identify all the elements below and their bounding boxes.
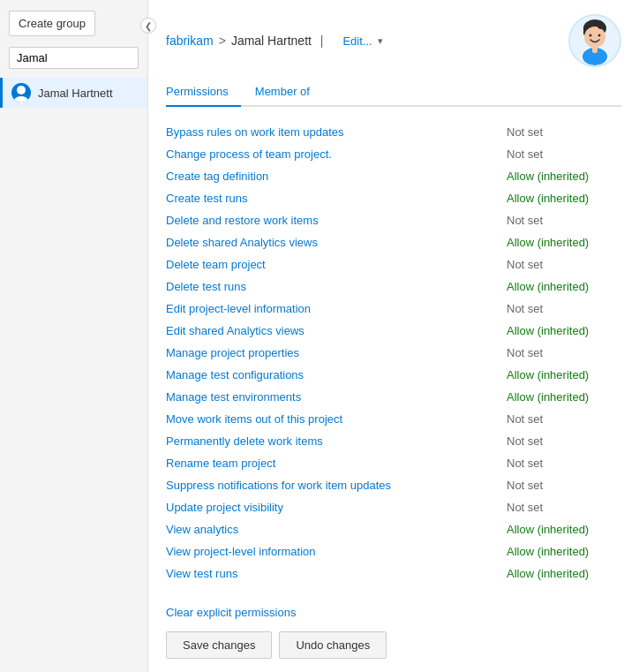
table-row: Create tag definitionAllow (inherited) <box>166 165 621 187</box>
avatar-image <box>570 16 620 65</box>
sidebar-user-avatar <box>11 83 31 102</box>
table-row: Delete shared Analytics viewsAllow (inhe… <box>166 231 621 253</box>
permission-name[interactable]: Bypass rules on work item updates <box>166 125 507 139</box>
permission-name[interactable]: View test runs <box>166 567 507 580</box>
permission-value: Not set <box>507 479 621 492</box>
create-group-button[interactable]: Create group <box>9 11 95 36</box>
permission-value: Allow (inherited) <box>507 390 621 404</box>
avatar-icon <box>11 83 31 102</box>
permission-value: Not set <box>507 258 621 271</box>
permission-name[interactable]: Rename team project <box>166 457 507 470</box>
permission-value: Allow (inherited) <box>507 567 621 580</box>
table-row: Rename team projectNot set <box>166 452 621 474</box>
user-avatar-large <box>568 14 621 67</box>
edit-button[interactable]: Edit... <box>339 33 375 49</box>
tab-permissions[interactable]: Permissions <box>166 79 241 107</box>
permission-value: Allow (inherited) <box>507 545 621 558</box>
permission-name[interactable]: Delete team project <box>166 258 507 271</box>
permission-value: Not set <box>507 302 621 315</box>
table-row: Delete and restore work itemsNot set <box>166 209 621 231</box>
permission-value: Not set <box>507 125 621 139</box>
permission-value: Allow (inherited) <box>507 170 621 183</box>
table-row: Move work items out of this projectNot s… <box>166 408 621 430</box>
permission-value: Allow (inherited) <box>507 192 621 205</box>
sidebar-collapse-button[interactable]: ❮ <box>140 18 156 34</box>
permissions-list: Bypass rules on work item updatesNot set… <box>166 121 621 585</box>
table-row: Edit shared Analytics viewsAllow (inheri… <box>166 320 621 342</box>
table-row: Manage test configurationsAllow (inherit… <box>166 364 621 386</box>
breadcrumb-org-link[interactable]: fabrikam <box>166 34 214 48</box>
tabs-container: Permissions Member of <box>166 79 621 107</box>
svg-point-1 <box>14 96 28 102</box>
permission-name[interactable]: View analytics <box>166 523 507 536</box>
permission-value: Allow (inherited) <box>507 368 621 381</box>
permission-value: Not set <box>507 147 621 161</box>
permission-name[interactable]: Change process of team project. <box>166 147 507 161</box>
table-row: Edit project-level informationNot set <box>166 298 621 320</box>
permission-name[interactable]: Edit shared Analytics views <box>166 324 507 337</box>
svg-point-6 <box>590 34 592 37</box>
permission-name[interactable]: Move work items out of this project <box>166 412 507 426</box>
svg-point-5 <box>584 26 605 48</box>
save-changes-button[interactable]: Save changes <box>166 631 272 659</box>
permission-value: Allow (inherited) <box>507 236 621 249</box>
permission-value: Not set <box>507 214 621 227</box>
page-header: fabrikam > Jamal Hartnett | Edit... ▾ <box>166 14 621 67</box>
table-row: Create test runsAllow (inherited) <box>166 187 621 209</box>
table-row: Permanently delete work itemsNot set <box>166 430 621 452</box>
svg-rect-9 <box>592 46 598 53</box>
breadcrumb-edit-section: Edit... ▾ <box>339 33 382 49</box>
permission-value: Not set <box>507 346 621 359</box>
table-row: Change process of team project.Not set <box>166 143 621 165</box>
permission-name[interactable]: Update project visibility <box>166 501 507 514</box>
undo-changes-button[interactable]: Undo changes <box>279 631 387 659</box>
permission-name[interactable]: Delete shared Analytics views <box>166 236 507 249</box>
permission-value: Not set <box>507 434 621 448</box>
permission-name[interactable]: Delete test runs <box>166 280 507 293</box>
table-row: View project-level informationAllow (inh… <box>166 540 621 563</box>
permission-name[interactable]: Edit project-level information <box>166 302 507 315</box>
permission-name[interactable]: Create tag definition <box>166 170 507 183</box>
sidebar-user-item[interactable]: Jamal Hartnett <box>0 78 147 108</box>
footer-section: Clear explicit permissions Save changes … <box>166 599 621 659</box>
table-row: Bypass rules on work item updatesNot set <box>166 121 621 143</box>
breadcrumb-user: Jamal Hartnett <box>231 34 312 48</box>
dropdown-arrow-icon[interactable]: ▾ <box>378 35 383 47</box>
breadcrumb: fabrikam > Jamal Hartnett | Edit... ▾ <box>166 33 383 49</box>
table-row: View analyticsAllow (inherited) <box>166 518 621 540</box>
table-row: View test runsAllow (inherited) <box>166 563 621 585</box>
table-row: Manage test environmentsAllow (inherited… <box>166 386 621 408</box>
permission-name[interactable]: Create test runs <box>166 192 507 205</box>
svg-point-7 <box>598 34 601 37</box>
permission-value: Not set <box>507 412 621 426</box>
permission-name[interactable]: Suppress notifications for work item upd… <box>166 479 507 492</box>
permission-value: Not set <box>507 457 621 470</box>
permission-value: Allow (inherited) <box>507 280 621 293</box>
sidebar-search-input[interactable] <box>9 47 139 69</box>
permission-name[interactable]: Delete and restore work items <box>166 214 507 227</box>
main-content: fabrikam > Jamal Hartnett | Edit... ▾ <box>148 0 639 672</box>
sidebar: ❮ Create group Jamal Hartnett <box>0 0 148 672</box>
permission-name[interactable]: Manage test configurations <box>166 368 507 381</box>
permission-name[interactable]: View project-level information <box>166 545 507 558</box>
table-row: Update project visibilityNot set <box>166 496 621 518</box>
breadcrumb-separator: > <box>219 34 226 48</box>
tab-member-of[interactable]: Member of <box>255 79 322 107</box>
sidebar-user-name: Jamal Hartnett <box>38 87 113 100</box>
svg-point-0 <box>17 86 26 94</box>
table-row: Delete team projectNot set <box>166 253 621 276</box>
footer-buttons: Save changes Undo changes <box>166 631 621 659</box>
table-row: Delete test runsAllow (inherited) <box>166 276 621 298</box>
permission-value: Allow (inherited) <box>507 324 621 337</box>
table-row: Manage project propertiesNot set <box>166 342 621 364</box>
permission-name[interactable]: Manage test environments <box>166 390 507 404</box>
breadcrumb-pipe: | <box>317 34 324 48</box>
clear-permissions-link[interactable]: Clear explicit permissions <box>166 606 296 619</box>
permission-name[interactable]: Permanently delete work items <box>166 434 507 448</box>
permission-name[interactable]: Manage project properties <box>166 346 507 359</box>
permission-value: Allow (inherited) <box>507 523 621 536</box>
permission-value: Not set <box>507 501 621 514</box>
table-row: Suppress notifications for work item upd… <box>166 474 621 496</box>
